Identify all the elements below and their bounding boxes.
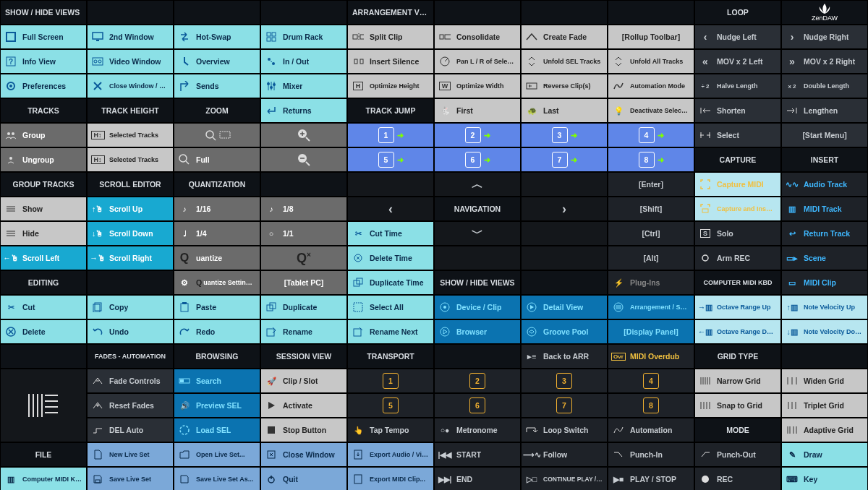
hot-swap-button[interactable]: Hot-Swap <box>174 25 260 49</box>
ctrl-key[interactable]: [Ctrl] <box>608 221 694 246</box>
redo-button[interactable]: Redo <box>174 319 260 344</box>
load-sel-button[interactable]: Load SEL <box>174 418 260 442</box>
device-clip-button[interactable]: Device / Clip <box>434 295 521 319</box>
track-jump-8[interactable]: 8➜ <box>608 147 694 172</box>
narrow-grid-button[interactable]: Narrow Grid <box>694 369 781 393</box>
velocity-up-button[interactable]: ↑▥Note Velocity Up <box>781 295 868 319</box>
track-jump-3[interactable]: 3➜ <box>521 123 608 147</box>
loop-select-button[interactable]: Select <box>694 123 781 147</box>
export-av-button[interactable]: Export Audio / Video <box>347 442 434 467</box>
returns-button[interactable]: Returns <box>260 98 347 123</box>
track-jump-4[interactable]: 4➜ <box>608 123 694 147</box>
overview-button[interactable]: Overview <box>174 49 260 74</box>
nav-down-button[interactable]: ﹀ <box>434 221 521 246</box>
nav-right-button[interactable]: › <box>521 197 608 221</box>
zoom-selection-button[interactable] <box>174 123 260 147</box>
optimize-width-button[interactable]: WOptimize Width <box>434 74 521 98</box>
split-clip-button[interactable]: Split Clip <box>347 25 434 49</box>
zoom-out-button[interactable] <box>260 147 347 172</box>
save-live-set-button[interactable]: Save Live Set <box>87 467 174 490</box>
nav-up-button[interactable]: ︿ <box>434 172 521 197</box>
transport-1[interactable]: 1 <box>347 369 434 393</box>
group-button[interactable]: Group <box>0 123 87 147</box>
nudge-right-button[interactable]: ›Nudge Right <box>781 25 868 49</box>
double-length-button[interactable]: x 2Double Length <box>781 74 868 98</box>
automation-button[interactable]: Automation <box>608 418 694 442</box>
midi-clip-button[interactable]: ▭MIDI Clip <box>781 270 868 295</box>
quantize-button[interactable]: Quantize <box>174 246 260 270</box>
rename-button[interactable]: Rename <box>260 319 347 344</box>
transport-2[interactable]: 2 <box>434 369 521 393</box>
track-jump-5[interactable]: 5➜ <box>347 147 434 172</box>
arr-session-button[interactable]: Arrangement / Session <box>608 295 694 319</box>
lengthen-button[interactable]: Lengthen <box>781 98 868 123</box>
key-mode-button[interactable]: ⌨Key <box>781 467 868 490</box>
last-button[interactable]: 🐢Last <box>521 98 608 123</box>
selected-tracks-1-button[interactable]: H↕Selected Tracks <box>87 123 174 147</box>
mov-left-button[interactable]: «MOV x 2 Left <box>694 49 781 74</box>
preferences-button[interactable]: Preferences <box>0 74 87 98</box>
halve-length-button[interactable]: ÷ 2Halve Length <box>694 74 781 98</box>
quant-8-button[interactable]: ♪1/8 <box>260 197 347 221</box>
clip-slot-button[interactable]: 🚀Clip / Slot <box>260 369 347 393</box>
metronome-button[interactable]: ○●Metronome <box>434 418 521 442</box>
automation-mode-button[interactable]: Automation Mode <box>608 74 694 98</box>
scroll-up-button[interactable]: ↑🖱Scroll Up <box>87 197 174 221</box>
punch-out-button[interactable]: Punch-Out <box>694 442 781 467</box>
duplicate-time-button[interactable]: Duplicate Time <box>347 270 434 295</box>
track-jump-2[interactable]: 2➜ <box>434 123 521 147</box>
enter-key[interactable]: [Enter] <box>608 172 694 197</box>
quantize-q-button[interactable]: Q× <box>260 246 347 270</box>
start-button[interactable]: |◀◀START <box>434 442 521 467</box>
solo-button[interactable]: SSolo <box>694 221 781 246</box>
new-live-set-button[interactable]: New Live Set <box>87 442 174 467</box>
capture-insert-button[interactable]: Capture and Insert Scene <box>694 197 781 221</box>
drum-rack-button[interactable]: Drum Rack <box>260 25 347 49</box>
open-live-set-button[interactable]: Open Live Set... <box>174 442 260 467</box>
loop-switch-button[interactable]: Loop Switch <box>521 418 608 442</box>
reset-fades-button[interactable]: Reset Fades <box>87 393 174 418</box>
duplicate-button[interactable]: Duplicate <box>260 295 347 319</box>
scroll-down-button[interactable]: ↓🖱Scroll Down <box>87 221 174 246</box>
quit-button[interactable]: Quit <box>260 467 347 490</box>
nudge-left-button[interactable]: ‹Nudge Left <box>694 25 781 49</box>
unfold-sel-button[interactable]: Unfold SEL Tracks <box>521 49 608 74</box>
deactivate-button[interactable]: 💡Deactivate Selection <box>608 98 694 123</box>
triplet-grid-button[interactable]: Triplet Grid <box>781 393 868 418</box>
optimize-height-button[interactable]: HOptimize Height <box>347 74 434 98</box>
end-button[interactable]: ▶▶|END <box>434 467 521 490</box>
del-auto-button[interactable]: DEL Auto <box>87 418 174 442</box>
scene-button[interactable]: ▭▸Scene <box>781 246 868 270</box>
delete-time-button[interactable]: Delete Time <box>347 246 434 270</box>
save-as-button[interactable]: Save Live Set As... <box>174 467 260 490</box>
quant-4-button[interactable]: ♩1/4 <box>174 221 260 246</box>
rec-button[interactable]: REC <box>694 467 781 490</box>
paste-button[interactable]: Paste <box>174 295 260 319</box>
reverse-clip-button[interactable]: Reverse Clip(s) <box>521 74 608 98</box>
zoom-in-button[interactable] <box>260 123 347 147</box>
sends-button[interactable]: Sends <box>174 74 260 98</box>
pan-lr-button[interactable]: Pan L / R of Selection <box>434 49 521 74</box>
rollup-toolbar-button[interactable]: [Rollup Toolbar] <box>608 25 694 49</box>
rename-next-button[interactable]: Rename Next <box>347 319 434 344</box>
scroll-left-button[interactable]: ←🖱Scroll Left <box>0 246 87 270</box>
first-button[interactable]: 🐇First <box>434 98 521 123</box>
transport-3[interactable]: 3 <box>521 369 608 393</box>
copy-button[interactable]: Copy <box>87 295 174 319</box>
quant-1-button[interactable]: ○1/1 <box>260 221 347 246</box>
browser-button[interactable]: Browser <box>434 319 521 344</box>
transport-4[interactable]: 4 <box>608 369 694 393</box>
tap-tempo-button[interactable]: 👆Tap Tempo <box>347 418 434 442</box>
zoom-full-button[interactable]: Full <box>174 147 260 172</box>
octave-down-button[interactable]: ←▥Octave Range Down <box>694 319 781 344</box>
close-window-2-button[interactable]: Close Window <box>260 442 347 467</box>
transport-6[interactable]: 6 <box>434 393 521 418</box>
display-panel-button[interactable]: [Display Panel] <box>608 319 694 344</box>
tablet-pc-button[interactable]: [Tablet PC] <box>260 270 347 295</box>
track-jump-6[interactable]: 6➜ <box>434 147 521 172</box>
velocity-down-button[interactable]: ↓▥Note Velocity Down <box>781 319 868 344</box>
in-out-button[interactable]: In / Out <box>260 49 347 74</box>
computer-kbd-button[interactable]: ▥Computer MIDI Keyboard <box>0 467 87 490</box>
create-fade-button[interactable]: Create Fade <box>521 25 608 49</box>
track-jump-1[interactable]: 1➜ <box>347 123 434 147</box>
